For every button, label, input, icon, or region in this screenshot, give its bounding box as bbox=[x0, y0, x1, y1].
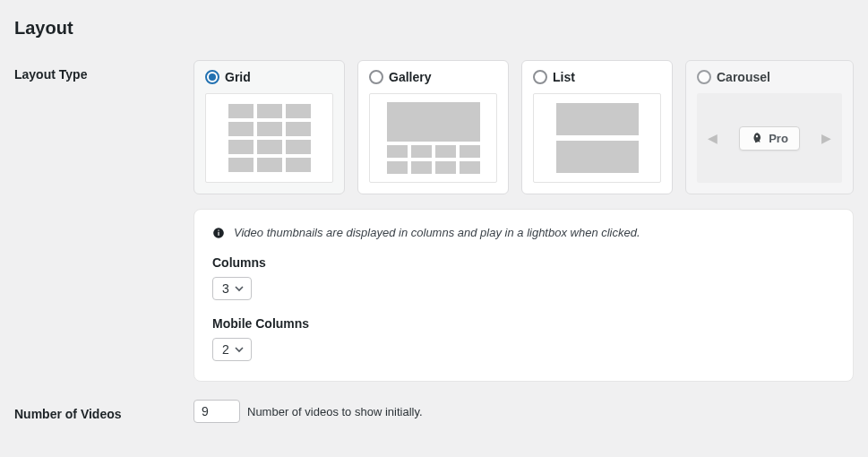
mobile-columns-label: Mobile Columns bbox=[212, 316, 835, 331]
chevron-down-icon bbox=[235, 345, 244, 354]
grid-thumb bbox=[205, 93, 333, 183]
layout-name-gallery: Gallery bbox=[389, 70, 431, 84]
carousel-thumb: ◀ ▶ Pro bbox=[697, 93, 842, 183]
layout-type-label: Layout Type bbox=[14, 60, 193, 82]
layout-hint: Video thumbnails are displayed in column… bbox=[212, 226, 835, 239]
radio-carousel[interactable] bbox=[697, 70, 711, 84]
chevron-left-icon: ◀ bbox=[704, 131, 721, 145]
pro-badge: Pro bbox=[739, 126, 800, 151]
layout-option-list[interactable]: List bbox=[521, 60, 673, 194]
layout-name-list: List bbox=[553, 70, 575, 84]
columns-select[interactable]: 3 bbox=[212, 277, 252, 300]
layout-options: Grid Gallery bbox=[193, 60, 854, 194]
radio-gallery[interactable] bbox=[369, 70, 383, 84]
radio-grid[interactable] bbox=[205, 70, 219, 84]
num-videos-input[interactable] bbox=[193, 400, 240, 423]
rocket-icon bbox=[751, 132, 763, 144]
layout-name-grid: Grid bbox=[225, 70, 251, 84]
svg-rect-2 bbox=[218, 229, 219, 230]
layout-settings-box: Video thumbnails are displayed in column… bbox=[193, 209, 854, 382]
num-videos-desc: Number of videos to show initially. bbox=[247, 405, 423, 418]
info-icon bbox=[212, 227, 225, 239]
layout-name-carousel: Carousel bbox=[717, 70, 770, 84]
gallery-thumb bbox=[369, 93, 497, 183]
svg-rect-1 bbox=[218, 231, 219, 235]
section-title: Layout bbox=[14, 18, 854, 39]
layout-option-carousel[interactable]: Carousel ◀ ▶ Pro bbox=[685, 60, 854, 194]
chevron-down-icon bbox=[235, 284, 244, 293]
list-thumb bbox=[533, 93, 661, 183]
chevron-right-icon: ▶ bbox=[818, 131, 835, 145]
layout-option-grid[interactable]: Grid bbox=[193, 60, 345, 194]
radio-list[interactable] bbox=[533, 70, 547, 84]
layout-option-gallery[interactable]: Gallery bbox=[357, 60, 509, 194]
columns-label: Columns bbox=[212, 255, 835, 270]
num-videos-label: Number of Videos bbox=[14, 400, 193, 421]
mobile-columns-select[interactable]: 2 bbox=[212, 338, 252, 361]
